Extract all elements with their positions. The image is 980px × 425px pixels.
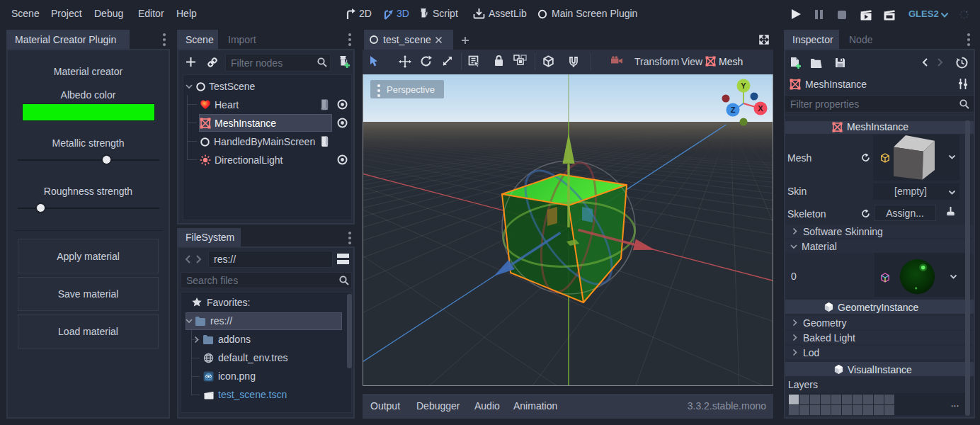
svg-text:Perspective: Perspective bbox=[387, 84, 435, 95]
svg-text:Z: Z bbox=[731, 106, 736, 114]
svg-text:X: X bbox=[758, 104, 763, 113]
svg-text:Y: Y bbox=[741, 81, 746, 90]
